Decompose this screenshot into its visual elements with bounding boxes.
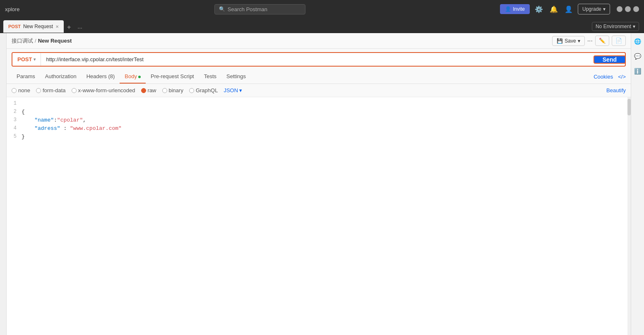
body-option-none[interactable]: none [12,87,30,93]
app-title: xplore [5,6,19,12]
more-button[interactable]: ··· [587,37,593,45]
code-line-4: 4 "adress" : "www.cpolar.com" [7,125,631,134]
search-icon: 🔍 [219,6,225,12]
doc-button[interactable]: 📄 [612,36,626,46]
breadcrumb: 接口调试 / New Request [12,37,550,45]
radio-formdata [36,88,41,93]
method-chevron-icon: ▾ [34,57,36,62]
invite-icon: 👤 [505,6,511,12]
search-input[interactable]: 🔍 Search Postman [214,4,305,14]
search-placeholder: Search Postman [228,6,267,12]
tab-body[interactable]: Body [120,70,146,84]
breadcrumb-separator: / [35,38,36,44]
save-chevron-icon: ▾ [578,38,580,44]
left-sidebar [0,33,7,335]
chevron-down-icon: ▾ [603,6,606,12]
header-actions: 💾 Save ▾ ··· ✏️ 📄 [552,36,626,46]
tab-settings[interactable]: Settings [221,70,251,84]
invite-button[interactable]: 👤 Invite [500,4,530,14]
url-bar: POST ▾ Send [12,52,626,67]
radio-graphql [189,88,194,93]
code-editor[interactable]: 1 2 { 3 "name":"cpolar", 4 "adress" : "w… [7,97,631,335]
url-input[interactable] [41,53,594,66]
tabs-right: Cookies </> [594,74,626,80]
breadcrumb-name: New Request [38,38,72,44]
radio-none [12,88,17,93]
json-type-selector[interactable]: JSON ▾ [223,87,242,93]
right-sidebar-icon-3[interactable]: ℹ️ [632,66,643,76]
request-panel: 接口调试 / New Request 💾 Save ▾ ··· ✏️ 📄 POS… [7,33,631,335]
body-options: none form-data x-www-form-urlencoded raw… [7,84,631,97]
save-icon: 💾 [557,38,563,44]
right-sidebar: 🌐 💬 ℹ️ [631,33,644,335]
json-chevron-icon: ▾ [239,87,242,93]
body-option-graphql[interactable]: GraphQL [189,87,218,93]
code-line-3: 3 "name":"cpolar", [7,117,631,125]
minimize-button[interactable] [617,6,622,12]
new-tab-button[interactable]: + [64,24,74,31]
chevron-down-icon: ▾ [633,24,635,29]
request-tabs: Params Authorization Headers (8) Body Pr… [7,70,631,84]
right-sidebar-icon-2[interactable]: 💬 [632,51,643,61]
body-option-formdata[interactable]: form-data [36,87,66,93]
maximize-button[interactable] [625,6,631,12]
send-section: Send [594,56,625,63]
close-button[interactable] [633,6,639,12]
beautify-button[interactable]: Beautify [606,87,626,93]
body-option-urlencoded[interactable]: x-www-form-urlencoded [72,87,135,93]
radio-raw [141,88,146,93]
radio-urlencoded [72,88,77,93]
right-sidebar-icon-1[interactable]: 🌐 [632,36,643,46]
tab-close-icon[interactable]: ✕ [55,24,59,29]
search-bar: 🔍 Search Postman [23,4,497,14]
scrollbar-thumb [627,99,631,115]
main-content: 接口调试 / New Request 💾 Save ▾ ··· ✏️ 📄 POS… [0,33,644,335]
titlebar: xplore 🔍 Search Postman 👤 Invite ⚙️ 🔔 👤 … [0,0,644,18]
tab-headers[interactable]: Headers (8) [82,70,120,84]
save-button[interactable]: 💾 Save ▾ [552,36,584,46]
code-line-5: 5 } [7,134,631,142]
window-controls [617,6,639,12]
request-header: 接口调试 / New Request 💾 Save ▾ ··· ✏️ 📄 [7,33,631,49]
upgrade-button[interactable]: Upgrade ▾ [578,4,610,14]
edit-button[interactable]: ✏️ [595,36,609,46]
body-option-raw[interactable]: raw [141,87,156,93]
tab-name: New Request [23,24,53,29]
titlebar-actions: 👤 Invite ⚙️ 🔔 👤 Upgrade ▾ [500,4,639,14]
tabbar: POST New Request ✕ + ··· No Environment … [0,18,644,33]
method-selector[interactable]: POST ▾ [12,53,41,66]
breadcrumb-folder: 接口调试 [12,37,33,45]
scrollbar-track[interactable] [627,97,631,335]
notification-icon[interactable]: 🔔 [548,5,560,14]
code-button[interactable]: </> [618,74,626,80]
tab-params[interactable]: Params [12,70,40,84]
code-line-2: 2 { [7,109,631,117]
tab-tests[interactable]: Tests [199,70,221,84]
tab-authorization[interactable]: Authorization [40,70,82,84]
settings-icon[interactable]: ⚙️ [533,5,545,14]
environment-selector[interactable]: No Environment ▾ [592,22,639,31]
tab-prerequest[interactable]: Pre-request Script [146,70,199,84]
tab-method: POST [8,24,21,29]
code-line-1: 1 [7,100,631,109]
send-button[interactable]: Send [594,55,626,64]
tab-more-icon[interactable]: ··· [74,24,86,31]
avatar[interactable]: 👤 [563,5,574,14]
body-option-binary[interactable]: binary [162,87,183,93]
radio-binary [162,88,167,93]
tabbar-right: No Environment ▾ [592,22,644,31]
method-label: POST [17,56,32,62]
request-tab[interactable]: POST New Request ✕ [3,20,64,33]
cookies-button[interactable]: Cookies [594,74,613,80]
